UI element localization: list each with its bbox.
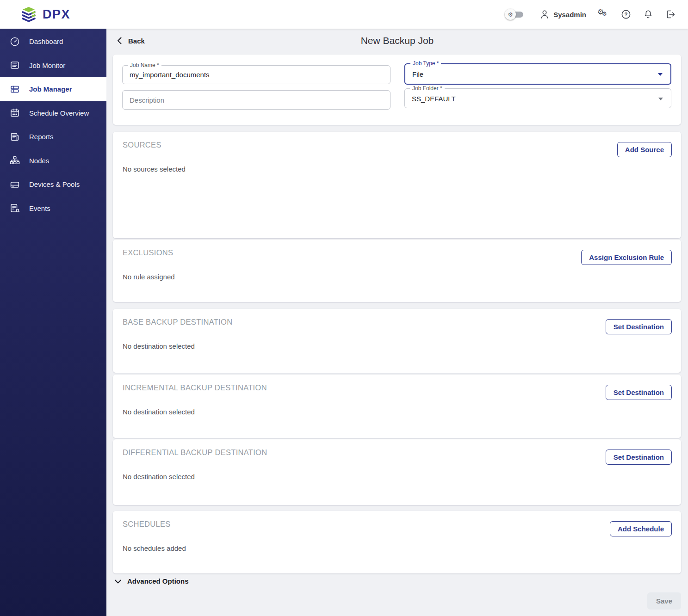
set-differential-destination-button[interactable]: Set Destination xyxy=(606,450,672,465)
differential-destination-empty-text: No destination selected xyxy=(123,473,195,480)
sidebar-item-events[interactable]: Events xyxy=(0,197,106,221)
bell-icon[interactable] xyxy=(643,9,654,20)
sidebar-item-label: Devices & Pools xyxy=(29,180,80,188)
gears-icon[interactable]: ⚙ ⚙ xyxy=(597,9,609,20)
section-title: DIFFERENTIAL BACKUP DESTINATION xyxy=(123,448,267,457)
calendar-icon xyxy=(9,107,20,118)
sidebar-item-nodes[interactable]: Nodes xyxy=(0,149,106,173)
section-title: INCREMENTAL BACKUP DESTINATION xyxy=(123,383,267,392)
exclusions-section: EXCLUSIONS Assign Exclusion Rule No rule… xyxy=(113,240,681,302)
exclusions-empty-text: No rule assigned xyxy=(123,273,175,281)
sidebar-item-label: Events xyxy=(29,204,50,212)
nodes-icon xyxy=(9,155,20,166)
section-title: SOURCES xyxy=(123,141,161,149)
sidebar-item-label: Reports xyxy=(29,133,54,141)
person-icon xyxy=(539,9,550,20)
job-details-card: Job Name * Job Type * File Job Folder * … xyxy=(113,55,681,125)
sidebar-item-devices-pools[interactable]: Devices & Pools xyxy=(0,172,106,197)
job-folder-select[interactable]: Job Folder * SS_DEFAULT xyxy=(404,88,671,108)
job-folder-value: SS_DEFAULT xyxy=(412,94,456,102)
save-button[interactable]: Save xyxy=(647,592,681,610)
topbar-actions: ⚙ Sysadmin ⚙ ⚙ ? xyxy=(505,9,688,20)
gear-icon: ⚙ xyxy=(505,9,516,20)
job-manager-icon xyxy=(9,84,20,95)
chevron-down-icon xyxy=(658,98,663,100)
sources-section: SOURCES Add Source No sources selected xyxy=(113,132,681,238)
incremental-destination-empty-text: No destination selected xyxy=(123,408,195,416)
sidebar-item-dashboard[interactable]: Dashboard xyxy=(0,30,106,54)
sidebar-item-job-manager[interactable]: Job Manager xyxy=(0,77,106,101)
chevron-down-icon xyxy=(658,73,663,76)
sidebar: Dashboard Job Monitor xyxy=(0,29,106,616)
job-name-field[interactable]: Job Name * xyxy=(122,65,390,84)
description-input[interactable] xyxy=(123,91,390,109)
topbar: DPX ⚙ Sysadmin ⚙ ⚙ xyxy=(0,0,688,29)
sidebar-item-label: Job Monitor xyxy=(29,62,65,69)
schedules-section: SCHEDULES Add Schedule No schedules adde… xyxy=(113,511,681,573)
sidebar-item-label: Nodes xyxy=(29,157,49,165)
job-type-label: Job Type * xyxy=(410,60,441,67)
section-title: BASE BACKUP DESTINATION xyxy=(123,318,232,326)
job-monitor-icon xyxy=(9,60,20,71)
job-folder-label: Job Folder * xyxy=(410,85,445,92)
base-destination-empty-text: No destination selected xyxy=(123,342,195,350)
section-title: SCHEDULES xyxy=(123,520,171,529)
sidebar-item-job-monitor[interactable]: Job Monitor xyxy=(0,54,106,78)
advanced-options-label: Advanced Options xyxy=(127,577,189,585)
job-type-value: File xyxy=(412,70,423,78)
svg-text:?: ? xyxy=(624,12,627,17)
section-title: EXCLUSIONS xyxy=(123,248,173,257)
dpx-logo: DPX xyxy=(0,6,70,23)
theme-toggle[interactable]: ⚙ xyxy=(505,9,525,20)
logo-text: DPX xyxy=(43,7,70,22)
app-screen: DPX ⚙ Sysadmin ⚙ ⚙ xyxy=(0,0,688,616)
incremental-destination-section: INCREMENTAL BACKUP DESTINATION Set Desti… xyxy=(113,375,681,438)
add-source-button[interactable]: Add Source xyxy=(617,142,672,157)
job-type-select[interactable]: Job Type * File xyxy=(404,63,671,85)
sources-empty-text: No sources selected xyxy=(123,165,186,173)
add-schedule-button[interactable]: Add Schedule xyxy=(610,521,672,536)
page-title: New Backup Job xyxy=(106,35,688,46)
help-icon[interactable]: ? xyxy=(620,9,632,20)
differential-destination-section: DIFFERENTIAL BACKUP DESTINATION Set Dest… xyxy=(113,439,681,505)
set-base-destination-button[interactable]: Set Destination xyxy=(606,319,672,334)
logout-icon[interactable] xyxy=(665,9,676,20)
advanced-options-toggle[interactable]: Advanced Options xyxy=(114,577,189,585)
chevron-down-icon xyxy=(114,578,122,585)
username: Sysadmin xyxy=(553,11,586,18)
hard-drive-icon xyxy=(9,179,20,190)
sidebar-item-label: Schedule Overview xyxy=(29,109,89,117)
schedules-empty-text: No schedules added xyxy=(123,544,186,552)
dpx-layers-icon xyxy=(19,6,38,23)
assign-exclusion-rule-button[interactable]: Assign Exclusion Rule xyxy=(581,250,672,265)
set-incremental-destination-button[interactable]: Set Destination xyxy=(606,385,672,400)
reports-icon xyxy=(9,131,20,142)
sidebar-item-label: Dashboard xyxy=(29,37,63,45)
sidebar-item-label: Job Manager xyxy=(29,85,72,93)
sidebar-item-schedule-overview[interactable]: Schedule Overview xyxy=(0,101,106,125)
dashboard-icon xyxy=(9,36,20,47)
description-field[interactable] xyxy=(122,90,390,110)
events-icon xyxy=(9,203,20,214)
sidebar-item-reports[interactable]: Reports xyxy=(0,125,106,149)
base-destination-section: BASE BACKUP DESTINATION Set Destination … xyxy=(113,309,681,373)
job-name-input[interactable] xyxy=(123,66,390,84)
main-content: Back New Backup Job Job Name * Job Type … xyxy=(106,29,688,616)
user-menu[interactable]: Sysadmin xyxy=(539,9,586,20)
